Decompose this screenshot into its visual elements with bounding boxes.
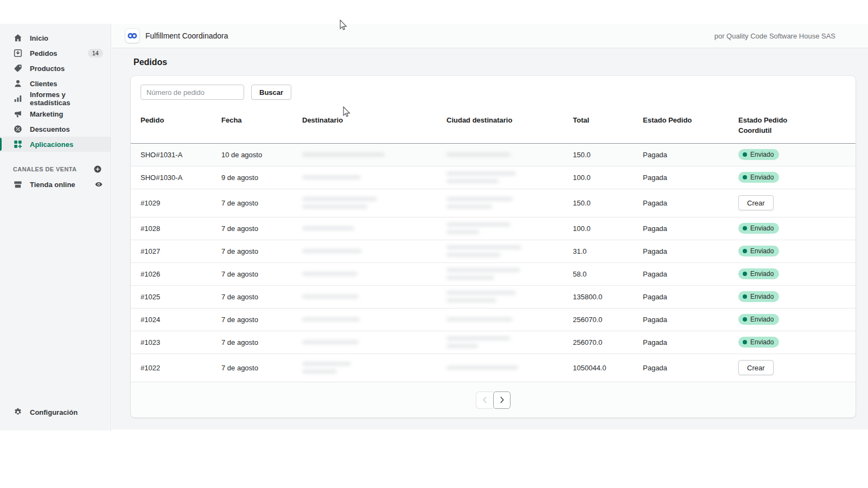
orders-count-badge: 14 (88, 49, 103, 57)
table-row: #1023 7 de agosto 256070.0 Pagada Enviad… (131, 331, 856, 354)
order-search-input[interactable] (141, 85, 244, 100)
status-badge-enviado: Enviado (738, 337, 779, 348)
recipient-redacted (302, 197, 446, 209)
recipient-redacted (302, 294, 446, 299)
sales-channels-label: CANALES DE VENTA (13, 166, 76, 172)
order-date: 7 de agosto (221, 199, 302, 207)
app-frame: InicioPedidos14ProductosClientesInformes… (0, 0, 868, 488)
status-badge-label: Enviado (750, 151, 774, 158)
crear-button[interactable]: Crear (738, 195, 774, 210)
order-date: 7 de agosto (221, 247, 302, 255)
orders-icon (13, 48, 23, 58)
order-total: 58.0 (573, 270, 643, 278)
order-number: #1029 (141, 199, 221, 207)
app-header: Fulfillment Coordinadora por Quality Cod… (112, 24, 868, 48)
sidebar-item-customers[interactable]: Clientes (0, 76, 111, 91)
order-number: #1026 (141, 270, 221, 278)
recipient-redacted (302, 226, 446, 230)
sidebar: InicioPedidos14ProductosClientesInformes… (0, 24, 111, 431)
table-row: SHO#1030-A 9 de agosto 100.0 Pagada Envi… (131, 166, 856, 189)
table-row: #1025 7 de agosto 135800.0 Pagada Enviad… (131, 286, 856, 309)
order-total: 135800.0 (573, 293, 643, 301)
payment-status: Pagada (643, 364, 738, 372)
sidebar-item-discounts[interactable]: Descuentos (0, 121, 111, 137)
order-number: #1022 (141, 364, 221, 372)
status-dot-icon (743, 340, 747, 344)
order-date: 7 de agosto (221, 338, 302, 346)
pagination-next-button[interactable] (493, 391, 510, 409)
status-badge-label: Enviado (750, 224, 774, 232)
column-header: Destinatario (302, 115, 446, 126)
status-dot-icon (743, 175, 747, 179)
order-number: #1024 (141, 316, 221, 324)
coordiutil-status-cell: Crear (738, 360, 846, 375)
sidebar-nav: InicioPedidos14ProductosClientesInformes… (0, 24, 111, 152)
recipient-city-redacted (446, 291, 573, 303)
marketing-icon (13, 109, 23, 119)
payment-status: Pagada (643, 247, 738, 255)
app-title-group: Fulfillment Coordinadora (125, 29, 228, 43)
order-total: 100.0 (573, 174, 643, 182)
order-date: 10 de agosto (221, 151, 302, 159)
order-total: 150.0 (573, 199, 643, 207)
sidebar-item-home[interactable]: Inicio (0, 30, 111, 46)
order-date: 7 de agosto (221, 316, 302, 324)
order-date: 7 de agosto (221, 224, 302, 233)
crear-button[interactable]: Crear (738, 360, 774, 375)
pagination-footer (131, 382, 856, 418)
status-badge-label: Enviado (750, 316, 774, 323)
coordiutil-status-cell: Enviado (738, 314, 846, 325)
status-badge-enviado: Enviado (738, 172, 779, 183)
sidebar-item-label: Marketing (30, 110, 63, 118)
sidebar-item-label: Inicio (30, 34, 48, 42)
sidebar-item-online-store[interactable]: Tienda online (0, 177, 111, 192)
sidebar-item-marketing[interactable]: Marketing (0, 106, 111, 121)
status-badge-enviado: Enviado (738, 223, 779, 234)
order-date: 9 de agosto (221, 174, 302, 182)
sidebar-item-products[interactable]: Productos (0, 61, 111, 76)
payment-status: Pagada (643, 151, 738, 159)
add-channel-icon[interactable] (93, 165, 102, 174)
recipient-redacted (302, 362, 446, 374)
status-dot-icon (743, 294, 747, 299)
sidebar-item-orders[interactable]: Pedidos14 (0, 46, 111, 61)
order-date: 7 de agosto (221, 364, 302, 372)
column-header: Total (573, 115, 643, 126)
coordiutil-status-cell: Enviado (738, 223, 846, 234)
recipient-city-redacted (446, 365, 573, 370)
status-dot-icon (743, 249, 747, 253)
coordiutil-status-cell: Enviado (738, 246, 846, 256)
table-header: Pedido Fecha Destinatario Ciudad destina… (131, 104, 856, 144)
status-badge-label: Enviado (750, 174, 774, 181)
column-header: Pedido (141, 115, 221, 126)
recipient-redacted (302, 249, 446, 253)
status-dot-icon (743, 317, 747, 322)
payment-status: Pagada (643, 338, 738, 346)
search-button[interactable]: Buscar (251, 85, 291, 100)
sidebar-item-settings[interactable]: Configuración (0, 404, 110, 420)
gear-icon (13, 407, 23, 417)
sidebar-item-analytics[interactable]: Informes y estadísticas (0, 91, 111, 106)
sidebar-item-label: Productos (30, 65, 65, 73)
payment-status: Pagada (643, 174, 738, 182)
order-total: 256070.0 (573, 338, 643, 346)
sidebar-item-apps[interactable]: Aplicaciones (0, 137, 111, 152)
recipient-city-redacted (446, 171, 573, 183)
sidebar-item-label: Pedidos (30, 49, 58, 57)
order-number: SHO#1030-A (141, 174, 221, 182)
sidebar-item-label: Tienda online (30, 181, 75, 189)
coordiutil-status-cell: Crear (738, 195, 846, 210)
coordiutil-status-cell: Enviado (738, 337, 846, 348)
table-row: #1029 7 de agosto 150.0 Pagada Crear (131, 189, 856, 217)
eye-icon[interactable] (94, 180, 103, 189)
status-badge-label: Enviado (750, 293, 774, 300)
recipient-redacted (302, 272, 446, 276)
recipient-city-redacted (446, 152, 573, 157)
recipient-city-redacted (446, 317, 573, 322)
sidebar-item-label: Configuración (30, 408, 78, 416)
table-row: #1026 7 de agosto 58.0 Pagada Enviado (131, 263, 856, 286)
status-badge-enviado: Enviado (738, 268, 779, 279)
pagination-prev-button[interactable] (476, 391, 493, 409)
customers-icon (13, 79, 23, 88)
coordiutil-status-cell: Enviado (738, 291, 846, 302)
